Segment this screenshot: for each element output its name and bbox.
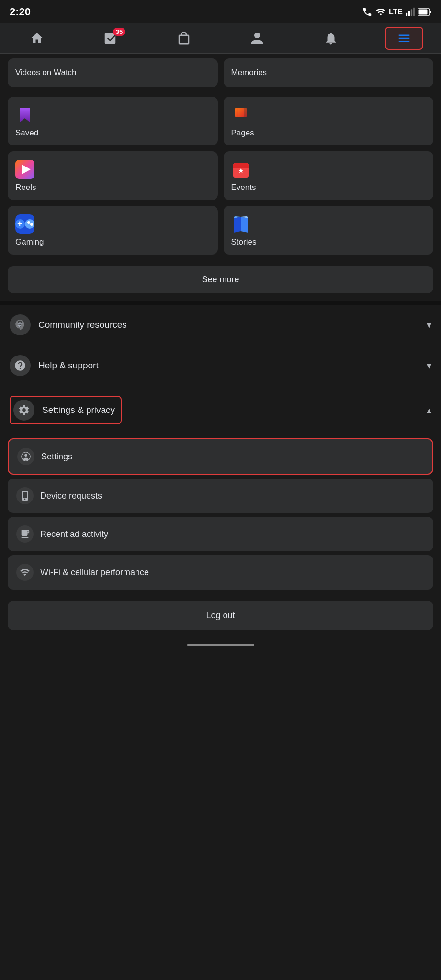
reels-icon <box>15 160 34 179</box>
settings-icon-circle <box>13 400 34 421</box>
help-icon <box>14 359 26 372</box>
saved-icon <box>15 105 34 124</box>
svg-rect-1 <box>408 11 410 16</box>
community-icon <box>14 319 26 331</box>
status-bar: 2:20 LTE <box>0 0 441 23</box>
grid-item-memories[interactable]: Memories <box>224 58 434 87</box>
submenu-settings-label: Settings <box>41 452 72 462</box>
ad-icon <box>20 529 30 539</box>
grid-section: Saved Pages <box>0 93 441 264</box>
signal-icon <box>406 7 415 17</box>
community-resources-row[interactable]: Community resources ▾ <box>0 305 441 345</box>
status-icons: LTE <box>362 7 431 17</box>
submenu-wifi-label: Wi-Fi & cellular performance <box>40 568 149 578</box>
feed-badge: 35 <box>113 28 125 36</box>
see-more-button[interactable]: See more <box>8 266 433 293</box>
community-icon-circle <box>10 314 31 335</box>
grid-item-gaming[interactable]: + Gaming <box>8 206 218 255</box>
phone-icon <box>362 7 373 17</box>
svg-point-22 <box>24 454 27 457</box>
community-resources-left: Community resources <box>10 314 127 335</box>
svg-rect-2 <box>411 9 412 16</box>
grid-item-pages-label: Pages <box>231 128 426 138</box>
grid-row-1: Saved Pages <box>8 97 433 145</box>
nav-bar: 35 <box>0 23 441 54</box>
settings-privacy-left: Settings & privacy <box>10 396 122 424</box>
grid-item-reels[interactable]: Reels <box>8 151 218 200</box>
home-indicator <box>0 638 441 650</box>
svg-point-17 <box>25 219 34 229</box>
device-icon <box>20 490 30 501</box>
events-icon <box>231 160 250 179</box>
grid-item-stories[interactable]: Stories <box>224 206 434 255</box>
settings-gear-icon <box>18 404 30 416</box>
lte-indicator: LTE <box>389 8 403 16</box>
battery-icon <box>418 8 431 16</box>
nav-item-profile[interactable] <box>238 27 276 50</box>
svg-rect-5 <box>430 11 431 13</box>
submenu-settings-icon <box>17 448 34 465</box>
help-icon-circle <box>10 355 31 376</box>
pages-icon <box>231 105 250 124</box>
settings-privacy-label: Settings & privacy <box>42 405 115 415</box>
svg-point-19 <box>27 221 30 224</box>
grid-item-saved-label: Saved <box>15 128 210 138</box>
svg-text:+: + <box>17 219 23 228</box>
grid-item-saved[interactable]: Saved <box>8 97 218 145</box>
grid-row-3: + Gaming Stories <box>8 206 433 255</box>
submenu-ad-icon <box>16 525 34 543</box>
help-support-label: Help & support <box>38 360 99 371</box>
submenu-ad-activity[interactable]: Recent ad activity <box>8 517 433 551</box>
status-time: 2:20 <box>10 6 31 18</box>
nav-item-menu[interactable] <box>385 27 423 50</box>
community-chevron: ▾ <box>427 319 431 331</box>
svg-rect-0 <box>406 13 407 16</box>
wifi-perf-icon <box>20 567 30 578</box>
svg-rect-6 <box>419 10 428 15</box>
grid-item-gaming-label: Gaming <box>15 237 210 247</box>
home-bar <box>187 644 254 646</box>
settings-privacy-row[interactable]: Settings & privacy ▴ <box>0 386 441 434</box>
grid-item-stories-label: Stories <box>231 237 426 247</box>
help-support-row[interactable]: Help & support ▾ <box>0 345 441 386</box>
grid-item-pages[interactable]: Pages <box>224 97 434 145</box>
wifi-icon <box>375 7 386 17</box>
partial-items-row: Videos on Watch Memories <box>0 58 441 87</box>
settings-submenu: Settings Device requests Recent ad activ… <box>0 434 441 593</box>
svg-rect-3 <box>413 8 415 16</box>
gaming-icon: + <box>15 214 34 234</box>
grid-row-2: Reels Events <box>8 151 433 200</box>
stories-icon <box>231 214 250 234</box>
nav-item-feed[interactable]: 35 <box>91 27 129 50</box>
help-support-left: Help & support <box>10 355 99 376</box>
help-chevron: ▾ <box>427 360 431 371</box>
submenu-device-label: Device requests <box>40 491 102 501</box>
settings-chevron: ▴ <box>427 404 431 416</box>
settings-circle-icon <box>21 451 31 462</box>
grid-item-events[interactable]: Events <box>224 151 434 200</box>
submenu-settings[interactable]: Settings <box>8 438 433 475</box>
submenu-wifi-icon <box>16 564 34 581</box>
grid-item-events-label: Events <box>231 183 426 192</box>
logout-button[interactable]: Log out <box>8 601 433 630</box>
grid-item-videos-watch[interactable]: Videos on Watch <box>8 58 218 87</box>
community-resources-label: Community resources <box>38 320 127 330</box>
submenu-device-requests[interactable]: Device requests <box>8 479 433 513</box>
svg-rect-13 <box>233 166 249 168</box>
section-divider <box>0 301 441 305</box>
svg-point-20 <box>30 223 33 226</box>
nav-item-notifications[interactable] <box>312 27 350 50</box>
submenu-device-icon <box>16 487 34 504</box>
svg-rect-8 <box>238 108 247 117</box>
nav-item-marketplace[interactable] <box>165 27 203 50</box>
submenu-ad-label: Recent ad activity <box>40 529 108 539</box>
submenu-wifi[interactable]: Wi-Fi & cellular performance <box>8 555 433 590</box>
nav-item-home[interactable] <box>18 27 56 50</box>
grid-item-reels-label: Reels <box>15 183 210 192</box>
